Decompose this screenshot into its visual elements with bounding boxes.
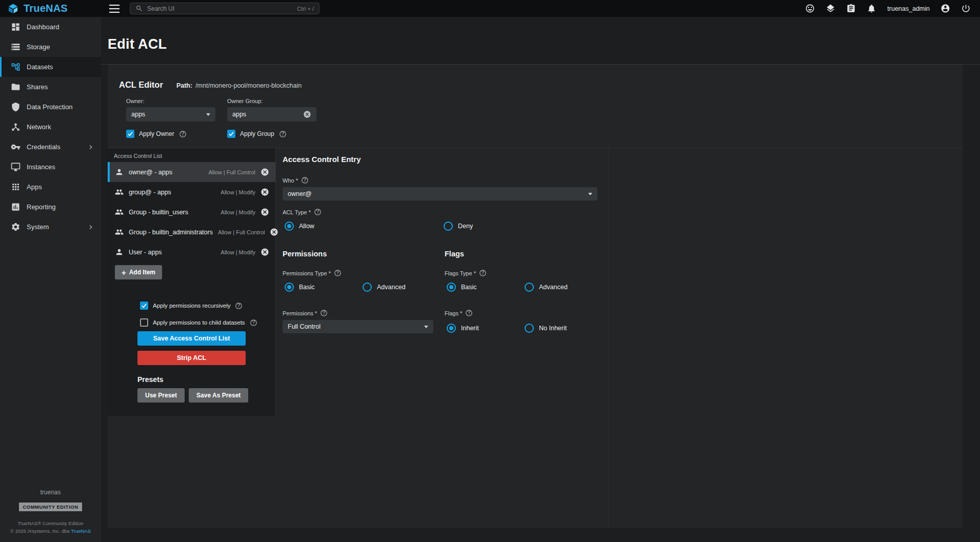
apply-group-checkbox[interactable]	[227, 130, 235, 138]
layers-icon[interactable]	[826, 4, 835, 13]
owner-field-group: Owner: apps	[126, 98, 215, 122]
save-acl-button[interactable]: Save Access Control List	[137, 331, 246, 346]
power-icon[interactable]	[961, 4, 971, 13]
acl-editor-heading: ACL Editor	[119, 80, 163, 90]
hamburger-menu-icon[interactable]	[109, 5, 119, 13]
clear-input-icon[interactable]	[303, 110, 311, 118]
help-icon[interactable]	[314, 208, 322, 216]
acl-entry-permission: Allow | Full Control	[218, 229, 265, 235]
help-icon[interactable]	[250, 319, 257, 327]
group-icon	[115, 228, 124, 236]
acl-entry-row[interactable]: owner@ - apps Allow | Full Control	[108, 162, 275, 182]
sidebar-item-shares[interactable]: Shares	[0, 77, 101, 97]
acl-lower-section: Access Control List owner@ - apps Allow …	[108, 148, 963, 528]
add-item-button[interactable]: + Add Item	[115, 265, 162, 279]
radio-icon	[444, 222, 453, 231]
radio-flags-inherit[interactable]: Inherit	[447, 324, 479, 333]
sidebar-item-reporting[interactable]: Reporting	[0, 197, 101, 217]
remove-entry-icon[interactable]	[261, 188, 269, 196]
apply-owner-checkbox[interactable]	[126, 130, 134, 138]
feedback-smiley-icon[interactable]	[805, 4, 815, 13]
acl-entry-who: User - apps	[129, 249, 162, 256]
radio-flags-no-inherit[interactable]: No Inherit	[525, 324, 567, 333]
truenas-link[interactable]: TrueNAS	[71, 528, 91, 534]
radio-icon	[525, 324, 534, 333]
radio-label: Deny	[458, 223, 473, 230]
chevron-right-icon	[87, 223, 95, 231]
permissions-select[interactable]: Full Control	[283, 320, 433, 333]
acl-entry-permission: Allow | Modify	[221, 189, 255, 195]
sidebar-item-credentials[interactable]: Credentials	[0, 137, 101, 157]
copyright-text: © 2025 iXsystems, Inc. dba	[10, 528, 71, 534]
radio-label: Inherit	[461, 325, 479, 332]
radio-icon	[525, 283, 534, 292]
sidebar-item-label: Instances	[27, 163, 55, 171]
sidebar-item-apps[interactable]: Apps	[0, 177, 101, 197]
topbar: TrueNAS Search UI Ctrl + / truenas_admin	[0, 0, 980, 17]
user-avatar-icon[interactable]	[941, 4, 950, 13]
jobs-clipboard-icon[interactable]	[846, 4, 856, 13]
sidebar-item-network[interactable]: Network	[0, 117, 101, 137]
sidebar-item-storage[interactable]: Storage	[0, 37, 101, 57]
search-input[interactable]: Search UI Ctrl + /	[130, 3, 319, 14]
help-icon[interactable]	[320, 309, 328, 317]
help-icon[interactable]	[301, 176, 309, 184]
apply-child-checkbox[interactable]	[140, 318, 148, 327]
save-as-preset-button[interactable]: Save As Preset	[189, 388, 248, 403]
apply-child-label: Apply permissions to child datasets	[153, 319, 245, 326]
acl-entry-row[interactable]: User - apps Allow | Modify	[108, 242, 275, 262]
sidebar-item-instances[interactable]: Instances	[0, 157, 101, 177]
help-icon[interactable]	[479, 269, 487, 277]
owner-group-input[interactable]: apps	[227, 107, 316, 122]
radio-deny[interactable]: Deny	[444, 222, 473, 231]
help-icon[interactable]	[334, 269, 342, 277]
key-icon	[11, 142, 21, 152]
sidebar-item-label: Storage	[27, 43, 50, 51]
path-value: /mnt/monero-pool/monero-blockchain	[195, 82, 302, 89]
brand[interactable]: TrueNAS	[0, 3, 101, 14]
acl-entry-row[interactable]: Group - builtin_administrators Allow | F…	[108, 222, 275, 242]
sidebar-nav: Dashboard Storage Datasets Shares Data P…	[0, 17, 101, 542]
use-preset-button[interactable]: Use Preset	[137, 388, 185, 403]
radio-flags-basic[interactable]: Basic	[447, 283, 477, 292]
remove-entry-icon[interactable]	[261, 208, 269, 216]
radio-flags-advanced[interactable]: Advanced	[525, 283, 568, 292]
radio-label: Advanced	[377, 284, 406, 291]
radio-permissions-advanced[interactable]: Advanced	[363, 283, 406, 292]
topbar-actions: truenas_admin	[805, 4, 980, 13]
storage-icon	[11, 42, 21, 52]
add-item-label: Add Item	[129, 269, 155, 276]
sidebar-item-dashboard[interactable]: Dashboard	[0, 17, 101, 37]
radio-allow[interactable]: Allow	[285, 222, 314, 231]
help-icon[interactable]	[235, 302, 243, 310]
owner-value: apps	[131, 111, 145, 118]
edition-badge[interactable]: COMMUNITY EDITION	[19, 503, 82, 511]
dashboard-icon	[11, 22, 21, 32]
sidebar-item-datasets[interactable]: Datasets	[0, 57, 101, 77]
owner-select[interactable]: apps	[126, 107, 215, 122]
alerts-bell-icon[interactable]	[867, 4, 876, 13]
dataset-path: Path: /mnt/monero-pool/monero-blockchain	[176, 82, 302, 90]
strip-acl-button[interactable]: Strip ACL	[137, 351, 246, 365]
help-icon[interactable]	[279, 130, 287, 138]
radio-label: Basic	[299, 284, 315, 291]
apply-recursively-checkbox[interactable]	[140, 302, 148, 310]
sidebar-item-system[interactable]: System	[0, 217, 101, 237]
apply-owner-label: Apply Owner	[139, 130, 174, 137]
apply-group-label: Apply Group	[240, 130, 274, 137]
sidebar-item-data-protection[interactable]: Data Protection	[0, 97, 101, 117]
radio-label: Advanced	[539, 284, 568, 291]
radio-permissions-basic[interactable]: Basic	[285, 283, 315, 292]
help-icon[interactable]	[465, 309, 473, 317]
help-icon[interactable]	[179, 130, 187, 138]
acl-entry-row[interactable]: Group - builtin_users Allow | Modify	[108, 202, 275, 222]
who-label: Who *	[283, 177, 298, 184]
remove-entry-icon[interactable]	[261, 168, 269, 176]
acl-entry-permission: Allow | Full Control	[209, 169, 256, 175]
acl-entry-who: owner@ - apps	[129, 169, 172, 176]
remove-entry-icon[interactable]	[261, 248, 269, 256]
search-icon	[135, 5, 143, 12]
acl-entry-row[interactable]: group@ - apps Allow | Modify	[108, 182, 275, 202]
who-select[interactable]: owner@	[283, 187, 597, 200]
person-icon	[115, 168, 124, 176]
